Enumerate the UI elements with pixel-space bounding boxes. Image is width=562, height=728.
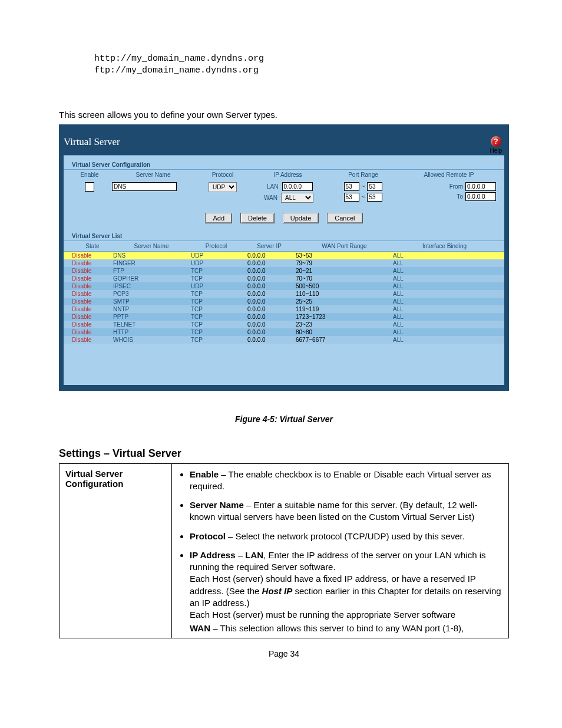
tilde: ~ [362, 194, 365, 200]
app-window: Virtual Server ? Help Virtual Server Con… [59, 124, 509, 391]
lan-label: LAN [263, 183, 279, 190]
h-state: State [72, 243, 113, 249]
tilde: ~ [362, 183, 365, 190]
col-ip-address: IP Address [251, 172, 325, 178]
wan-select[interactable]: ALL [281, 193, 313, 203]
lan-ip-input[interactable] [282, 182, 313, 191]
h-name: Server Name [113, 243, 190, 249]
description-table: Virtual Server Configuration Enable – Th… [59, 463, 509, 639]
col-port-range: Port Range [329, 172, 397, 178]
url-http: http://my_domain_name.dyndns.org [94, 53, 509, 65]
port-from-2[interactable] [344, 193, 359, 202]
help-icon: ? [491, 136, 501, 147]
desc-protocol: Protocol – Select the network protocol (… [190, 531, 503, 542]
add-button[interactable]: Add [205, 213, 232, 223]
wan-label: WAN [262, 195, 277, 201]
desc-left-cell: Virtual Server Configuration [59, 463, 172, 638]
list-section-label: Virtual Server List [64, 227, 504, 241]
config-header-row: Enable Server Name Protocol IP Address P… [64, 170, 504, 180]
cancel-button[interactable]: Cancel [327, 213, 362, 223]
protocol-select[interactable]: UDP [209, 182, 237, 192]
figure-caption: Figure 4-5: Virtual Server [59, 414, 509, 424]
table-row[interactable]: DisableGOPHERTCP0.0.0.070~70ALL [64, 275, 504, 282]
from-label: From [449, 183, 463, 190]
enable-checkbox[interactable] [85, 182, 94, 192]
desc-enable: Enable – The enable checkbox is to Enabl… [190, 469, 503, 493]
table-row[interactable]: DisableIPSECUDP0.0.0.0500~500ALL [64, 282, 504, 290]
desc-right-cell: Enable – The enable checkbox is to Enabl… [172, 463, 509, 638]
intro-text: This screen allows you to define your ow… [59, 110, 509, 120]
app-title: Virtual Server [64, 136, 120, 148]
table-row[interactable]: DisableNNTPTCP0.0.0.0119~119ALL [64, 305, 504, 313]
desc-wan: WAN – This selection allows this server … [178, 623, 503, 633]
desc-server-name: Server Name – Enter a suitable name for … [190, 499, 503, 523]
port-from-1[interactable] [344, 182, 359, 191]
table-row[interactable]: DisableFINGERUDP0.0.0.079~79ALL [64, 259, 504, 267]
h-server-ip: Server IP [243, 243, 296, 249]
col-server-name: Server Name [112, 172, 194, 178]
remote-to-input[interactable] [465, 192, 496, 201]
port-to-1[interactable] [367, 182, 382, 191]
list-header-row: State Server Name Protocol Server IP WAN… [64, 241, 504, 252]
to-label: To [457, 193, 463, 200]
desc-ip-address: IP Address – LAN, Enter the IP address o… [190, 549, 503, 621]
col-allowed-remote-ip: Allowed Remote IP [402, 172, 496, 178]
settings-heading: Settings – Virtual Server [59, 447, 509, 460]
h-binding: Interface Binding [393, 243, 496, 249]
help-label: Help [490, 147, 502, 154]
table-row[interactable]: DisableWHOISTCP0.0.0.06677~6677ALL [64, 336, 504, 344]
page-number: Page 34 [59, 649, 509, 658]
update-button[interactable]: Update [283, 213, 319, 223]
table-row[interactable]: DisablePPTPTCP0.0.0.01723~1723ALL [64, 313, 504, 321]
table-row[interactable]: DisableSMTPTCP0.0.0.025~25ALL [64, 298, 504, 305]
delete-button[interactable]: Delete [240, 213, 275, 223]
table-row[interactable]: DisableDNSUDP0.0.0.053~53ALL [64, 252, 504, 259]
help-button[interactable]: ? Help [490, 136, 502, 154]
table-row[interactable]: DisableHTTPTCP0.0.0.080~80ALL [64, 328, 504, 336]
url-ftp: ftp://my_domain_name.dyndns.org [94, 65, 509, 77]
table-row[interactable]: DisableTELNETTCP0.0.0.023~23ALL [64, 321, 504, 328]
h-proto: Protocol [190, 243, 243, 249]
h-wan-range: WAN Port Range [296, 243, 393, 249]
remote-from-input[interactable] [465, 182, 496, 191]
col-protocol: Protocol [199, 172, 246, 178]
server-name-input[interactable] [112, 182, 177, 191]
table-row[interactable]: DisablePOP3TCP0.0.0.0110~110ALL [64, 290, 504, 298]
config-section-label: Virtual Server Configuration [64, 156, 504, 170]
port-to-2[interactable] [367, 193, 382, 202]
col-enable: Enable [72, 172, 107, 178]
table-row[interactable]: DisableFTPTCP0.0.0.020~21ALL [64, 267, 504, 275]
config-input-row: UDP LAN WAN ALL [64, 180, 504, 205]
